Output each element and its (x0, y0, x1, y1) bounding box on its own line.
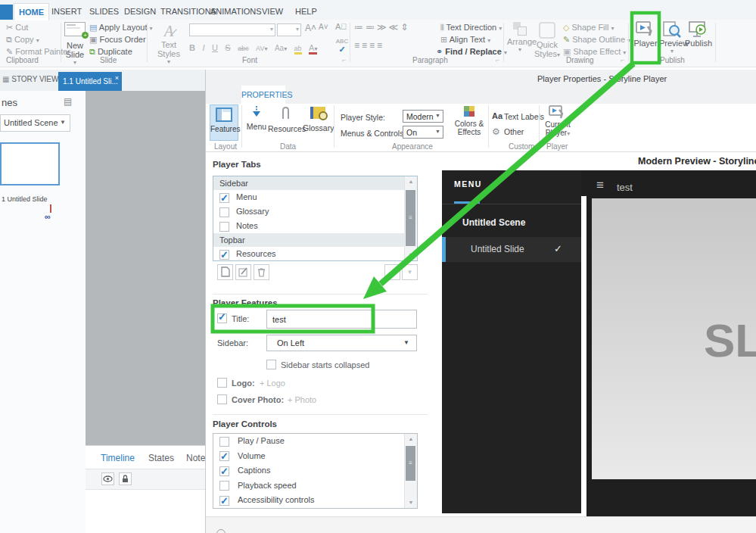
sidebar-collapsed-checkbox[interactable] (266, 360, 276, 369)
align-text-button[interactable]: ⊞ Align Text ▾ (440, 35, 490, 45)
title-checkbox[interactable] (217, 313, 227, 323)
checkbox[interactable] (219, 451, 229, 461)
grow-font-icon[interactable]: A˄ (305, 23, 316, 33)
title-input[interactable] (266, 310, 417, 329)
font-color-button[interactable]: A▾ (309, 43, 317, 55)
apply-layout-button[interactable]: ▤ Apply Layout ▾ (89, 23, 153, 33)
strikethrough-button[interactable]: S (225, 43, 230, 52)
other-button[interactable]: Other (504, 127, 524, 136)
checkbox[interactable] (219, 250, 229, 260)
scroll-up-icon[interactable]: ▲ (405, 176, 417, 187)
player-controls-list[interactable]: Play / Pause Volume Captions Playback sp… (213, 433, 418, 509)
add-logo-link[interactable]: + Logo (260, 379, 285, 388)
copy-button[interactable]: ⧉ Copy ▾ (6, 35, 39, 45)
scroll-down-icon[interactable]: ▼ (405, 497, 417, 508)
align-icons[interactable]: ≡≡≡≡ (354, 40, 384, 51)
notes-tab[interactable]: Note (186, 453, 205, 463)
tab-view[interactable]: VIEW (257, 3, 288, 20)
features-button[interactable]: Features (210, 104, 238, 141)
shape-fill-button[interactable]: ◇ Shape Fill ▾ (563, 23, 614, 33)
spellcheck-icon[interactable]: ABC✓ (335, 38, 349, 55)
list-item-row[interactable]: Resources (213, 247, 405, 261)
scroll-up-icon[interactable]: ▲ (405, 434, 417, 444)
delete-tab-button[interactable] (254, 264, 269, 280)
cover-photo-checkbox[interactable] (217, 394, 227, 404)
arrange-button[interactable]: Arrange▾ (507, 22, 533, 53)
scroll-thumb[interactable]: ≡ (406, 446, 415, 481)
text-styles-button[interactable]: A̷ Text Styles▾ (151, 23, 186, 65)
file-button[interactable] (0, 5, 13, 20)
font-size-combobox[interactable]: ▾ (277, 23, 301, 36)
player-tabs-list[interactable]: Sidebar Menu Glossary Notes Topbar Resou… (213, 176, 418, 261)
tab-home[interactable]: HOME (14, 3, 49, 20)
new-slide-button[interactable]: + New Slide▾ (64, 22, 86, 66)
subscript-button[interactable]: abc (238, 45, 249, 52)
preview-slide-item[interactable]: Untitled Slide ✓ (442, 237, 581, 262)
italic-button[interactable]: I (202, 43, 204, 52)
timeline-tab[interactable]: Timeline (101, 453, 135, 463)
shape-outline-button[interactable]: ✎ Shape Outline ▾ (563, 35, 630, 45)
list-item-row[interactable]: Playback speed (213, 478, 405, 494)
menus-controls-dropdown[interactable]: On ▼ (403, 126, 443, 139)
scrollbar[interactable]: ▲ ≡ ▼ (404, 176, 417, 260)
preview-button[interactable]: Preview▾ (659, 20, 685, 55)
drawing-dialog-launcher[interactable]: ⌐ (621, 56, 624, 64)
slide-canvas[interactable] (86, 91, 205, 445)
checkbox[interactable] (219, 481, 229, 491)
focus-order-button[interactable]: ▣ Focus Order (89, 35, 146, 45)
current-player-button[interactable]: Current Player▾ (543, 104, 572, 137)
properties-tab[interactable]: PROPERTIES (241, 86, 285, 104)
paragraph-dialog-launcher[interactable]: ⌐ (496, 56, 499, 64)
highlight-button[interactable]: ab (294, 45, 302, 55)
tab-insert[interactable]: INSERT (47, 3, 86, 20)
font-name-combobox[interactable]: ▾ (189, 23, 275, 36)
resources-button[interactable]: Resources (268, 105, 303, 133)
new-tab-button[interactable] (217, 264, 233, 280)
link-icon[interactable]: ∞ (45, 212, 51, 221)
checkbox[interactable] (219, 207, 229, 217)
checkbox[interactable] (219, 496, 229, 506)
list-item-row[interactable]: Notes (213, 219, 405, 233)
close-tab-icon[interactable]: × (115, 69, 119, 88)
scene-selector-dropdown[interactable]: Untitled Scene ▼ (0, 114, 70, 132)
menu-button[interactable]: Menu (245, 105, 268, 131)
scroll-down-icon[interactable]: ▼ (405, 250, 417, 260)
glossary-button[interactable]: Glossary (303, 105, 333, 132)
list-item-row[interactable]: Volume (213, 449, 405, 464)
help-circle-icon[interactable] (216, 529, 226, 533)
scrollbar[interactable]: ▲ ≡ ▼ (404, 434, 417, 508)
bullets-numbering-icons[interactable]: ≔≕≫≪⇕ (354, 22, 410, 33)
slide-thumbnail[interactable] (0, 142, 60, 185)
move-up-button[interactable]: ▲ (384, 264, 400, 280)
player-style-dropdown[interactable]: Modern ▼ (403, 110, 443, 123)
move-down-button[interactable]: ▼ (402, 264, 418, 280)
states-tab[interactable]: States (148, 453, 174, 463)
visibility-eye-icon[interactable] (101, 472, 114, 485)
list-item-row[interactable]: Accessibility controls (213, 493, 405, 508)
list-item-row[interactable]: Glossary (213, 204, 405, 219)
font-dialog-launcher[interactable]: ⌐ (342, 56, 346, 64)
list-item-row[interactable]: Play / Pause (213, 434, 405, 449)
checkbox[interactable] (219, 193, 229, 203)
change-case-button[interactable]: Aa▾ (275, 44, 287, 52)
colors-effects-button[interactable]: Colors & Effects (454, 106, 484, 136)
quick-styles-button[interactable]: QuickStyles▾ (534, 22, 560, 58)
clear-formatting-icon[interactable]: A⃠ (335, 22, 347, 31)
list-item-row[interactable]: Captions (213, 463, 405, 478)
player-button[interactable]: Player (633, 20, 658, 48)
cut-button[interactable]: ✂ Cut (6, 23, 28, 33)
char-spacing-button[interactable]: AV▾ (256, 45, 267, 52)
tab-help[interactable]: HELP (291, 3, 322, 20)
checkbox[interactable] (219, 466, 229, 476)
tab-slides[interactable]: SLIDES (85, 3, 123, 20)
checkbox[interactable] (219, 222, 229, 232)
slide-tab-active[interactable]: 1.1 Untitled Sli... × (58, 72, 122, 91)
hamburger-menu-icon[interactable]: ≡ (596, 182, 604, 189)
expand-chevron-icon[interactable]: ▾ (450, 220, 453, 228)
publish-button[interactable]: Publish (685, 20, 711, 48)
scroll-thumb[interactable]: ≡ (406, 190, 415, 246)
bold-button[interactable]: B (189, 43, 195, 52)
checkbox[interactable] (219, 437, 229, 447)
shrink-font-icon[interactable]: A˅ (319, 23, 328, 31)
text-direction-button[interactable]: ⫴ Text Direction ▾ (440, 23, 502, 33)
